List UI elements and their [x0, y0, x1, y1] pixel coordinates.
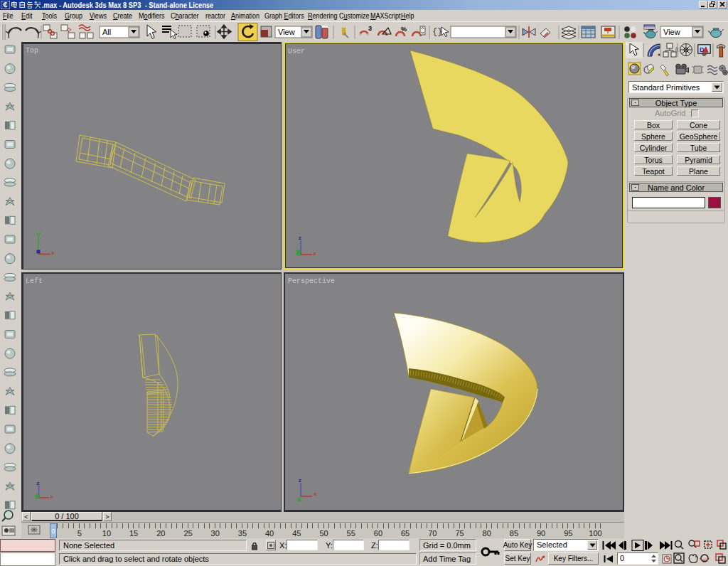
svg-text:All: All [102, 28, 111, 36]
svg-text:View: View [663, 28, 680, 36]
svg-text:%: % [401, 26, 407, 33]
svg-text:x: x [51, 250, 55, 256]
svg-text:View: View [278, 28, 295, 36]
svg-text:Perspective: Perspective [288, 277, 335, 285]
svg-text:x: x [313, 250, 316, 257]
svg-text:z: z [36, 480, 40, 486]
svg-text:z: z [299, 477, 302, 484]
svg-text:User: User [288, 48, 305, 55]
svg-text:{}: {} [432, 27, 442, 37]
svg-text:x: x [50, 493, 53, 500]
svg-text:3: 3 [368, 25, 372, 32]
svg-text:Left: Left [26, 277, 43, 285]
svg-text:Top: Top [26, 47, 38, 55]
svg-text:x: x [314, 491, 317, 497]
svg-text:z: z [299, 235, 302, 241]
